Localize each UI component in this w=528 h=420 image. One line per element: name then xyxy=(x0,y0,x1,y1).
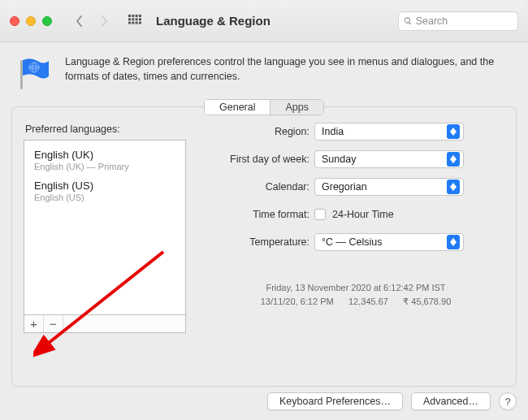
svg-rect-11 xyxy=(139,21,141,24)
list-item[interactable]: English (UK) English (UK) — Primary xyxy=(26,145,184,176)
toolbar: Language & Region xyxy=(0,0,528,42)
close-window-button[interactable] xyxy=(10,16,19,26)
svg-rect-9 xyxy=(132,21,134,24)
calendar-select[interactable]: Gregorian xyxy=(314,178,464,196)
calendar-value: Gregorian xyxy=(322,181,367,193)
tab-general[interactable]: General xyxy=(205,100,270,115)
select-arrows-icon xyxy=(447,180,460,194)
description-text: Language & Region preferences control th… xyxy=(65,55,512,91)
svg-rect-7 xyxy=(139,18,141,20)
select-arrows-icon xyxy=(447,235,460,249)
firstday-value: Sunday xyxy=(322,154,356,165)
keyboard-preferences-button[interactable]: Keyboard Preferences… xyxy=(267,392,403,410)
traffic-lights xyxy=(10,16,52,26)
svg-rect-10 xyxy=(136,21,138,24)
svg-rect-8 xyxy=(128,21,131,24)
24hour-checkbox[interactable] xyxy=(314,209,326,220)
time-format-label: Time format: xyxy=(207,209,314,220)
temperature-select[interactable]: °C — Celsius xyxy=(314,233,464,251)
preview-line2: 13/11/20, 6:12 PM 12,345.67 ₹ 45,678.90 xyxy=(207,295,504,309)
svg-rect-6 xyxy=(136,18,138,20)
region-value: India xyxy=(322,126,344,137)
svg-rect-12 xyxy=(20,60,23,89)
format-preview: Friday, 13 November 2020 at 6:12:42 PM I… xyxy=(207,281,504,308)
region-select[interactable]: India xyxy=(314,123,464,141)
main-panel: Preferred languages: English (UK) Englis… xyxy=(11,106,517,387)
language-name: English (US) xyxy=(34,180,175,192)
temperature-value: °C — Celsius xyxy=(322,236,382,248)
bottom-bar: Keyboard Preferences… Advanced… ? xyxy=(267,392,517,410)
svg-rect-5 xyxy=(132,18,134,20)
back-button[interactable] xyxy=(70,10,89,32)
language-name: English (UK) xyxy=(34,149,175,161)
minimize-window-button[interactable] xyxy=(26,16,36,26)
show-all-icon[interactable] xyxy=(125,10,145,32)
svg-rect-1 xyxy=(132,15,134,17)
24hour-checkbox-label: 24-Hour Time xyxy=(332,209,394,220)
search-input[interactable] xyxy=(416,15,513,27)
description-row: Language & Region preferences control th… xyxy=(0,42,528,101)
prefpane-icon xyxy=(16,55,52,91)
preferred-languages-list[interactable]: English (UK) English (UK) — Primary Engl… xyxy=(24,140,186,333)
forward-button[interactable] xyxy=(94,10,114,32)
list-footer: + − xyxy=(24,314,185,332)
window-title: Language & Region xyxy=(156,14,270,28)
select-arrows-icon xyxy=(447,124,460,139)
select-arrows-icon xyxy=(447,152,460,167)
svg-rect-2 xyxy=(136,15,138,17)
advanced-button[interactable]: Advanced… xyxy=(411,392,491,410)
svg-rect-4 xyxy=(128,18,131,20)
region-label: Region: xyxy=(207,126,314,137)
preferred-languages-label: Preferred languages: xyxy=(25,123,186,135)
svg-rect-0 xyxy=(128,15,131,17)
language-subtitle: English (UK) — Primary xyxy=(34,162,175,171)
temperature-label: Temperature: xyxy=(207,236,314,248)
preview-line1: Friday, 13 November 2020 at 6:12:42 PM I… xyxy=(207,281,504,295)
tabs: General Apps xyxy=(0,99,528,115)
language-subtitle: English (US) xyxy=(34,193,175,202)
calendar-label: Calendar: xyxy=(207,181,314,193)
svg-rect-3 xyxy=(139,15,141,17)
search-icon xyxy=(404,16,413,26)
list-item[interactable]: English (US) English (US) xyxy=(26,176,184,207)
firstday-select[interactable]: Sunday xyxy=(314,150,464,168)
add-language-button[interactable]: + xyxy=(24,315,44,332)
remove-language-button[interactable]: − xyxy=(44,315,63,332)
firstday-label: First day of week: xyxy=(207,154,314,165)
tab-apps[interactable]: Apps xyxy=(270,100,323,115)
zoom-window-button[interactable] xyxy=(42,16,52,26)
search-field[interactable] xyxy=(398,11,518,31)
help-button[interactable]: ? xyxy=(499,392,517,410)
